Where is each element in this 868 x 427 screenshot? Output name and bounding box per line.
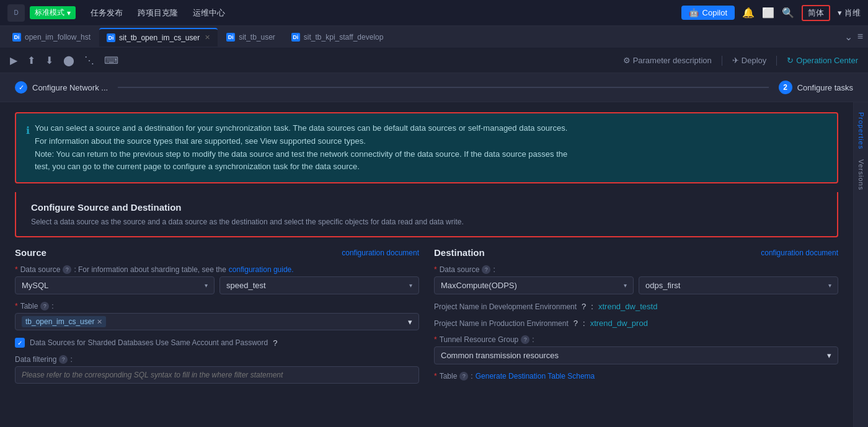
- copilot-label: Copilot: [702, 8, 727, 17]
- mode-chevron-icon: ▾: [67, 9, 71, 17]
- mode-badge[interactable]: 标准模式 ▾: [30, 6, 76, 19]
- tunnel-select[interactable]: Common transmission resources ▾: [434, 346, 838, 364]
- tunnel-value: Common transmission resources: [441, 351, 559, 360]
- table-hint-icon[interactable]: ?: [40, 302, 49, 310]
- nav-item-publish[interactable]: 任务发布: [91, 5, 123, 21]
- tag-remove-icon[interactable]: ✕: [97, 318, 102, 326]
- table-colon: :: [51, 302, 53, 310]
- info-icon: ℹ: [26, 123, 30, 174]
- chevron-down-icon: ▾: [205, 282, 208, 289]
- destination-panel: Destination configuration document * Dat…: [434, 247, 838, 391]
- source-filtering-group: Data filtering ? :: [15, 355, 419, 384]
- deploy-button[interactable]: ✈ Deploy: [732, 56, 766, 65]
- source-datasource-row: MySQL ▾ speed_test ▾: [15, 276, 419, 294]
- tab-open-im-follow-hst[interactable]: Di open_im_follow_hst: [5, 28, 98, 46]
- tag-text: tb_open_im_cs_user: [25, 317, 94, 326]
- source-datasource-instance-select[interactable]: speed_test ▾: [219, 276, 419, 294]
- copilot-button[interactable]: 🤖 Copilot: [681, 6, 735, 20]
- play-icon[interactable]: ▶: [10, 55, 17, 66]
- dest-config-doc-link[interactable]: configuration document: [761, 249, 838, 257]
- project-dev-value: xtrend_dw_testd: [598, 302, 657, 311]
- step-1-check: ✓: [15, 81, 27, 94]
- tab-label: sit_tb_user: [239, 33, 275, 42]
- datasource-info-text: : For information about sharding table, …: [74, 265, 226, 274]
- config-guide-link[interactable]: configuration guide.: [229, 265, 294, 274]
- question-icon[interactable]: ⬜: [762, 7, 774, 19]
- configure-section: Configure Source and Destination Select …: [15, 192, 838, 237]
- sidebar-versions-label[interactable]: Versions: [855, 154, 867, 195]
- filtering-input[interactable]: [15, 366, 419, 384]
- nav-item-ops-center[interactable]: 运维中心: [193, 5, 225, 21]
- dest-instance-select[interactable]: odps_first ▾: [639, 276, 838, 294]
- dest-tunnel-label: * Tunnel Resource Group ? :: [434, 335, 838, 344]
- notification-icon[interactable]: 🔔: [742, 7, 755, 19]
- upload-icon[interactable]: ⬆: [27, 55, 35, 66]
- tab-sit-tb-kpi-staff-develop[interactable]: Di sit_tb_kpi_staff_develop: [284, 28, 391, 46]
- toolbar: ▶ ⬆ ⬇ ⬤ ⋱ ⌨ ⚙ Parameter description ✈ De…: [0, 48, 868, 73]
- language-button[interactable]: 简体: [802, 5, 830, 21]
- sharding-label: Data Sources for Sharded Databases Use S…: [30, 338, 268, 347]
- tab-icon: Di: [12, 33, 21, 42]
- branch-icon[interactable]: ⋱: [84, 55, 94, 66]
- project-dev-label: Project Name in Development Environment: [434, 302, 577, 311]
- configure-desc: Select a data source as the source and a…: [31, 218, 822, 226]
- source-datasource-select[interactable]: MySQL ▾: [15, 276, 215, 294]
- source-datasource-group: * Data source ? : For information about …: [15, 265, 419, 294]
- dest-datasource-row: MaxCompute(ODPS) ▾ odps_first ▾: [434, 276, 838, 294]
- project-prod-colon: :: [583, 319, 585, 328]
- project-dev-hint-icon[interactable]: ?: [582, 302, 586, 311]
- project-prod-hint-icon[interactable]: ?: [574, 319, 578, 328]
- tab-menu-icon[interactable]: ≡: [857, 31, 863, 43]
- dest-datasource-select[interactable]: MaxCompute(ODPS) ▾: [434, 276, 634, 294]
- required-mark: *: [15, 302, 18, 310]
- dest-table-colon: :: [471, 372, 472, 381]
- tab-sit-tb-user[interactable]: Di sit_tb_user: [219, 28, 283, 46]
- dest-tunnel-group: * Tunnel Resource Group ? : Common trans…: [434, 335, 838, 364]
- step-2: 2 Configure tasks: [779, 81, 853, 94]
- chevron-down-icon: ▾: [624, 282, 627, 289]
- tab-overflow-icon[interactable]: ⌄: [844, 31, 852, 43]
- tab-sit-tb-open-im-cs-user[interactable]: Di sit_tb_open_im_cs_user ✕: [99, 28, 218, 46]
- nav-items: 任务发布 跨项目克隆 运维中心: [91, 5, 225, 21]
- datasource-label-text: Data source: [20, 265, 61, 274]
- dest-table-label: * Table ? : Generate Destination Table S…: [434, 372, 838, 381]
- stop-icon[interactable]: ⬤: [63, 55, 74, 66]
- download-icon[interactable]: ⬇: [45, 55, 53, 66]
- dest-table-group: * Table ? : Generate Destination Table S…: [434, 372, 838, 381]
- tab-actions: ⌄ ≡: [844, 31, 863, 43]
- step-1-label: Configure Network ...: [32, 83, 108, 92]
- datasource-hint-icon[interactable]: ?: [63, 265, 71, 274]
- tab-close-icon[interactable]: ✕: [205, 33, 210, 42]
- source-title: Source: [15, 247, 46, 258]
- step-2-number: 2: [779, 81, 792, 94]
- top-nav: D 标准模式 ▾ 任务发布 跨项目克隆 运维中心 🤖 Copilot 🔔 ⬜ 🔍…: [0, 0, 868, 26]
- source-config-doc-link[interactable]: configuration document: [342, 249, 419, 257]
- filtering-hint-icon[interactable]: ?: [59, 355, 68, 364]
- source-sharding-group: ✓ Data Sources for Sharded Databases Use…: [15, 338, 419, 348]
- nav-right: 🤖 Copilot 🔔 ⬜ 🔍 简体 ▾ 肖维: [681, 5, 861, 21]
- dest-hint-icon[interactable]: ?: [482, 265, 490, 274]
- required-mark: *: [15, 265, 18, 274]
- sharding-checkbox[interactable]: ✓: [15, 338, 25, 348]
- user-menu[interactable]: ▾ 肖维: [838, 7, 861, 19]
- dest-datasource-label: * Data source ? :: [434, 265, 838, 274]
- source-table-select[interactable]: tb_open_im_cs_user ✕ ▾: [15, 313, 419, 330]
- sidebar-properties-label[interactable]: Properties: [855, 107, 867, 154]
- code-icon[interactable]: ⌨: [104, 55, 118, 66]
- tunnel-hint-icon[interactable]: ?: [521, 335, 529, 344]
- nav-item-cross-project[interactable]: 跨项目克隆: [138, 5, 178, 21]
- param-description-button[interactable]: ⚙ Parameter description: [623, 56, 712, 65]
- required-mark: *: [434, 335, 437, 344]
- generate-schema-link[interactable]: Generate Destination Table Schema: [476, 372, 595, 381]
- operation-center-button[interactable]: ↻ Operation Center: [787, 56, 858, 65]
- sharding-hint-icon[interactable]: ?: [273, 338, 277, 348]
- dest-datasource-group: * Data source ? : MaxCompute(ODPS) ▾ odp…: [434, 265, 838, 294]
- dest-table-hint-icon[interactable]: ?: [459, 372, 468, 381]
- tunnel-label-text: Tunnel Resource Group: [440, 335, 519, 344]
- tab-icon: Di: [226, 33, 235, 42]
- info-text-1: You can select a source and a destinatio…: [35, 122, 567, 135]
- main-content: ℹ You can select a source and a destinat…: [0, 102, 868, 427]
- settings-icon[interactable]: 🔍: [782, 7, 794, 19]
- project-prod-value: xtrend_dw_prod: [590, 319, 648, 328]
- tab-label: open_im_follow_hst: [25, 33, 91, 42]
